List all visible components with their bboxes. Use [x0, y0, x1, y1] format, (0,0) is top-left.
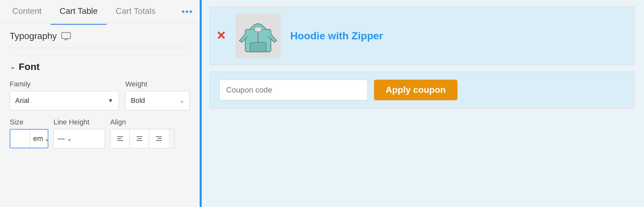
size-unit-label: em — [33, 134, 43, 143]
size-label: Size — [10, 118, 48, 126]
family-group: Family Arial ▼ — [10, 80, 119, 110]
product-name: Hoodie with Zipper — [290, 30, 624, 42]
cart-table-area: ✕ — [209, 6, 634, 65]
weight-label: Weight — [125, 80, 190, 88]
size-lineheight-align-row: Size em ⌄ Line Height — ⌄ — [10, 118, 190, 148]
size-unit-select[interactable]: em ⌄ — [30, 130, 48, 148]
svg-rect-15 — [257, 34, 259, 36]
family-value: Arial — [15, 96, 29, 105]
align-right-button[interactable] — [149, 129, 168, 148]
right-panel: ✕ — [200, 0, 644, 207]
align-buttons — [110, 129, 175, 148]
line-height-dash: — — [58, 134, 65, 143]
line-height-arrow-icon: ⌄ — [67, 136, 72, 142]
font-section-label: Font — [19, 61, 40, 72]
align-group: Align — [110, 118, 175, 148]
product-image — [235, 13, 281, 58]
line-height-label: Line Height — [53, 118, 105, 126]
size-input[interactable] — [10, 130, 30, 148]
family-arrow-icon: ▼ — [108, 97, 113, 104]
align-center-button[interactable] — [130, 129, 149, 148]
divider-1 — [10, 54, 190, 55]
svg-rect-17 — [257, 40, 259, 41]
left-panel: Content Cart Table Cart Totals ••• Typog… — [0, 0, 200, 207]
typography-label: Typography — [10, 31, 57, 41]
line-height-select[interactable]: — ⌄ — [53, 129, 105, 148]
size-group: Size em ⌄ — [10, 118, 48, 148]
tab-content[interactable]: Content — [3, 0, 51, 25]
panel-body: Typography ⌄ Font Family A — [0, 23, 199, 207]
typography-row: Typography — [10, 31, 190, 48]
remove-item-button[interactable]: ✕ — [216, 30, 226, 42]
family-weight-row: Family Arial ▼ Weight Bold ⌄ — [10, 80, 190, 110]
hoodie-illustration — [239, 16, 277, 55]
weight-group: Weight Bold ⌄ — [125, 80, 190, 110]
family-select[interactable]: Arial ▼ — [10, 91, 119, 110]
svg-point-19 — [254, 27, 262, 32]
font-header: ⌄ Font — [10, 61, 190, 72]
tabs-bar: Content Cart Table Cart Totals ••• — [0, 0, 199, 23]
font-section: ⌄ Font Family Arial ▼ Weight Bold ⌄ — [10, 61, 190, 148]
align-label: Align — [110, 118, 175, 126]
size-input-wrapper: em ⌄ — [10, 129, 48, 148]
svg-rect-0 — [62, 33, 71, 39]
family-label: Family — [10, 80, 119, 88]
monitor-icon[interactable] — [61, 32, 71, 40]
cart-row: ✕ — [216, 13, 624, 58]
tab-cart-table[interactable]: Cart Table — [51, 0, 107, 25]
size-unit-arrow-icon: ⌄ — [44, 134, 48, 143]
line-height-group: Line Height — ⌄ — [53, 118, 105, 148]
svg-rect-14 — [257, 32, 259, 33]
weight-value: Bold — [131, 96, 145, 105]
align-left-button[interactable] — [111, 129, 130, 148]
svg-rect-16 — [257, 37, 259, 38]
font-chevron-icon[interactable]: ⌄ — [10, 63, 15, 71]
weight-arrow-icon: ⌄ — [179, 97, 184, 104]
more-tabs-button[interactable]: ••• — [178, 3, 196, 20]
tab-cart-totals[interactable]: Cart Totals — [107, 0, 165, 25]
coupon-code-input[interactable] — [219, 80, 368, 100]
weight-select[interactable]: Bold ⌄ — [125, 91, 190, 110]
apply-coupon-button[interactable]: Apply coupon — [374, 80, 457, 100]
coupon-area: Apply coupon — [209, 72, 634, 108]
